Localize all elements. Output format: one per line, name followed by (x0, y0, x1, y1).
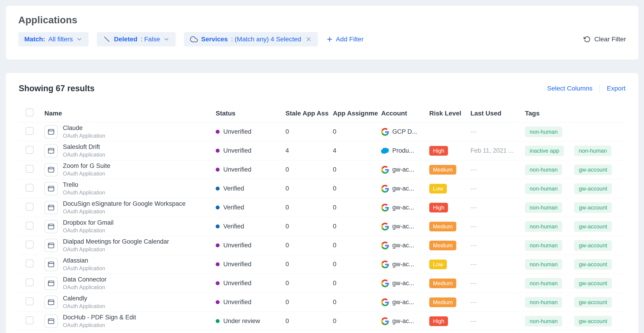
application-name[interactable]: Trello (63, 181, 105, 188)
application-name[interactable]: Calendly (63, 295, 105, 302)
column-header-tags[interactable]: Tags (525, 110, 626, 117)
table-row[interactable]: Trello OAuth Application Verified 0 0 gw… (19, 179, 626, 198)
filter-chip-services[interactable]: Services : (Match any) 4 Selected (184, 32, 318, 46)
salesforce-icon (381, 147, 389, 155)
app-assignments-count: 0 (333, 223, 381, 230)
status-label: Verified (223, 204, 244, 211)
application-name[interactable]: Dropbox for Gmail (63, 219, 114, 226)
last-used-value: --- (470, 166, 525, 173)
row-checkbox[interactable] (26, 316, 34, 324)
add-filter-button[interactable]: Add Filter (326, 35, 364, 43)
app-assignments-count: 0 (333, 128, 381, 135)
application-name[interactable]: DocuSign eSignature for Google Workspace (63, 200, 186, 207)
filters-panel: Applications Match: All filters Deleted … (6, 6, 638, 59)
chevron-down-icon[interactable] (76, 36, 82, 42)
tags-cell: non-human (525, 127, 626, 137)
google-icon (381, 317, 389, 325)
application-window-icon (44, 201, 58, 214)
stale-app-assignments-count: 0 (286, 166, 333, 173)
application-name[interactable]: DocHub - PDF Sign & Edit (63, 314, 136, 321)
results-header: Showing 67 results Select Columns Export (19, 84, 626, 93)
row-checkbox[interactable] (26, 241, 34, 249)
google-icon (381, 242, 389, 249)
column-header-status[interactable]: Status (216, 110, 286, 117)
column-header-risk-level[interactable]: Risk Level (429, 110, 470, 117)
app-assignments-count: 0 (333, 318, 381, 325)
last-used-value: --- (470, 223, 525, 230)
table-row[interactable]: Zoom for G Suite OAuth Application Unver… (19, 160, 626, 179)
application-name[interactable]: Salesloft Drift (63, 143, 105, 151)
row-checkbox[interactable] (26, 184, 34, 192)
table-row[interactable]: DocuSign eSignature for Google Workspace… (19, 198, 626, 217)
close-icon[interactable] (305, 36, 312, 42)
row-checkbox[interactable] (26, 260, 34, 267)
google-icon (381, 298, 389, 306)
status-dot (216, 243, 220, 247)
filter-bar: Match: All filters Deleted : False Servi… (18, 32, 626, 46)
select-columns-button[interactable]: Select Columns (547, 85, 592, 92)
tags-cell: non-humangw-account (525, 164, 626, 175)
table-row[interactable]: Claude OAuth Application Unverified 0 0 … (19, 122, 626, 141)
status-dot (216, 187, 220, 191)
table-row[interactable]: Dropbox for Gmail OAuth Application Veri… (19, 217, 626, 236)
application-name[interactable]: Zoom for G Suite (63, 162, 110, 170)
chevron-down-icon[interactable] (163, 36, 170, 42)
application-window-icon (44, 182, 58, 195)
status-label: Unverified (223, 242, 252, 249)
tag-badge: gw-account (574, 259, 612, 270)
row-checkbox[interactable] (26, 222, 34, 230)
table-row[interactable]: Atlassian OAuth Application Unverified 0… (19, 255, 626, 274)
clear-filter-button[interactable]: Clear Filter (584, 35, 626, 43)
status-label: Verified (223, 223, 244, 230)
table-row[interactable]: DocHub - PDF Sign & Edit OAuth Applicati… (19, 312, 626, 331)
application-name[interactable]: Atlassian (63, 257, 105, 264)
tag-badge: gw-account (574, 202, 612, 213)
column-header-account[interactable]: Account (381, 110, 429, 117)
column-header-stale-app-assignments[interactable]: Stale App Ass (286, 110, 333, 117)
table-row[interactable]: Data Connector OAuth Application Unverif… (19, 274, 626, 293)
row-checkbox[interactable] (26, 203, 34, 211)
application-name[interactable]: Dialpad Meetings for Google Calendar (63, 238, 169, 245)
table-row[interactable]: Dialpad Meetings for Google Calendar OAu… (19, 236, 626, 255)
row-checkbox[interactable] (26, 279, 34, 286)
tags-cell: non-humangw-account (525, 183, 626, 194)
application-type: OAuth Application (63, 209, 186, 215)
stale-app-assignments-count: 0 (286, 299, 333, 306)
tag-badge: gw-account (574, 221, 612, 232)
filter-chip-deleted[interactable]: Deleted : False (97, 32, 176, 46)
tag-badge: non-human (525, 183, 562, 194)
application-type: OAuth Application (63, 228, 114, 234)
row-checkbox[interactable] (26, 146, 34, 154)
results-summary: Showing 67 results (19, 84, 94, 93)
stale-app-assignments-count: 0 (286, 261, 333, 268)
app-assignments-count: 0 (333, 299, 381, 306)
row-checkbox[interactable] (26, 127, 34, 135)
application-name[interactable]: Data Connector (63, 276, 106, 283)
app-assignments-count: 0 (333, 280, 381, 287)
table-row[interactable]: Salesloft Drift OAuth Application Unveri… (19, 141, 626, 160)
row-checkbox[interactable] (26, 165, 34, 173)
column-header-app-assignments[interactable]: App Assignme (333, 110, 381, 117)
column-header-name[interactable]: Name (44, 110, 216, 117)
row-checkbox[interactable] (26, 298, 34, 305)
select-all-checkbox[interactable] (26, 108, 34, 116)
account-name: gw-ac... (392, 318, 414, 325)
last-used-value: --- (470, 299, 525, 306)
stale-app-assignments-count: 0 (286, 128, 333, 135)
app-assignments-count: 0 (333, 261, 381, 268)
account-name: gw-ac... (392, 280, 414, 287)
tag-badge: non-human (525, 278, 562, 289)
filter-deleted-label: Deleted (114, 35, 137, 43)
tag-badge: inactive app (525, 145, 564, 156)
table-row[interactable]: Calendly OAuth Application Unverified 0 … (19, 293, 626, 312)
tags-cell: non-humangw-account (525, 259, 626, 270)
application-name[interactable]: Claude (63, 124, 105, 132)
export-button[interactable]: Export (607, 85, 626, 92)
filter-chip-match[interactable]: Match: All filters (18, 32, 88, 46)
tags-cell: non-humangw-account (525, 240, 626, 251)
tag-badge: non-human (574, 145, 612, 156)
column-header-last-used[interactable]: Last Used (470, 110, 525, 117)
tag-badge: gw-account (574, 240, 612, 251)
status-dot (216, 206, 220, 209)
application-type: OAuth Application (63, 303, 105, 310)
